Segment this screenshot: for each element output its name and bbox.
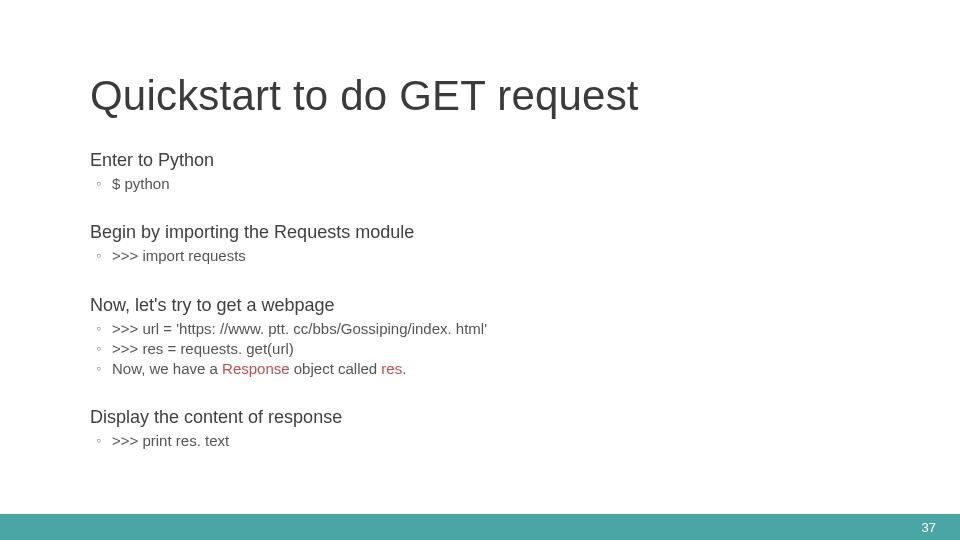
accent-text: Response [222, 360, 290, 377]
list-text: . [402, 360, 406, 377]
slide-body: Enter to Python $ python Begin by import… [90, 150, 870, 452]
list-text: >>> import requests [112, 247, 246, 264]
section: Begin by importing the Requests module >… [90, 222, 870, 266]
page-number: 37 [922, 520, 936, 535]
list-text: >>> res = requests. get(url) [112, 340, 294, 357]
list-item: >>> res = requests. get(url) [90, 339, 870, 359]
section: Now, let's try to get a webpage >>> url … [90, 295, 870, 380]
list-item: >>> url = 'https: //www. ptt. cc/bbs/Gos… [90, 319, 870, 339]
list-item: $ python [90, 174, 870, 194]
footer-bar: 37 [0, 514, 960, 540]
list-item: >>> import requests [90, 246, 870, 266]
section: Display the content of response >>> prin… [90, 407, 870, 451]
slide: Quickstart to do GET request Enter to Py… [0, 0, 960, 540]
list-text: >>> print res. text [112, 432, 229, 449]
list-item: >>> print res. text [90, 431, 870, 451]
list-item: Now, we have a Response object called re… [90, 359, 870, 379]
sub-list: >>> import requests [90, 246, 870, 266]
section-head: Begin by importing the Requests module [90, 222, 870, 243]
list-text: >>> url = 'https: //www. ptt. cc/bbs/Gos… [112, 320, 487, 337]
sub-list: $ python [90, 174, 870, 194]
sub-list: >>> url = 'https: //www. ptt. cc/bbs/Gos… [90, 319, 870, 380]
section-head: Enter to Python [90, 150, 870, 171]
accent-text: res [381, 360, 402, 377]
slide-title: Quickstart to do GET request [90, 72, 639, 120]
section-head: Now, let's try to get a webpage [90, 295, 870, 316]
sub-list: >>> print res. text [90, 431, 870, 451]
section: Enter to Python $ python [90, 150, 870, 194]
list-text: $ python [112, 175, 170, 192]
section-head: Display the content of response [90, 407, 870, 428]
list-text: object called [290, 360, 382, 377]
list-text: Now, we have a [112, 360, 222, 377]
